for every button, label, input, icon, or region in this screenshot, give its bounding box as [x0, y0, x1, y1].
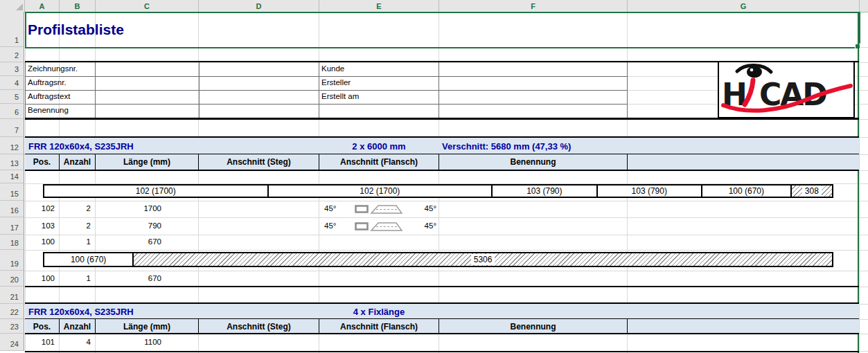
- cell-angle-right[interactable]: 45°: [388, 217, 436, 235]
- header-anzahl-2[interactable]: Anzahl: [59, 319, 95, 334]
- bar-rest-segment: 5306: [132, 253, 832, 266]
- info-label-benennung[interactable]: Benennung: [28, 104, 69, 118]
- section2-bottom-border: [25, 351, 859, 352]
- row-header-14[interactable]: 14: [0, 170, 24, 183]
- bar-segment: 102 (1700): [44, 185, 267, 197]
- row-header-13[interactable]: 13: [0, 154, 24, 170]
- row-header-23[interactable]: 23: [0, 319, 24, 334]
- cell-pos[interactable]: 100: [25, 235, 55, 250]
- row-header-19[interactable]: 19: [0, 250, 24, 271]
- row-header-18[interactable]: 18: [0, 235, 24, 250]
- column-header-b[interactable]: B: [60, 0, 96, 12]
- spreadsheet: A B C D E F G 1 2 3 4 5 6 7 12 13 14 15 …: [0, 0, 868, 353]
- section1-stock[interactable]: 2 x 6000 mm: [319, 138, 439, 154]
- header-benennung-1[interactable]: Benennung: [439, 154, 627, 170]
- cell-pos[interactable]: 102: [25, 201, 55, 217]
- row-header-7[interactable]: 7: [0, 119, 24, 137]
- hicad-logo-box: H CAD: [718, 61, 855, 118]
- cell-laenge[interactable]: 1700: [95, 201, 161, 217]
- bar-segment: 100 (670): [701, 185, 790, 197]
- header-empty-1[interactable]: [627, 154, 859, 170]
- row-header-2[interactable]: 2: [0, 47, 24, 62]
- cell-laenge[interactable]: 1100: [95, 334, 161, 351]
- info-label-auftragsnr[interactable]: Auftragsnr.: [28, 76, 67, 90]
- bar-segment: 102 (1700): [267, 185, 492, 197]
- column-header-e[interactable]: E: [319, 0, 439, 12]
- bar-segment: 103 (790): [491, 185, 596, 197]
- info-grid-line: [25, 104, 627, 105]
- info-label-kunde[interactable]: Kunde: [321, 62, 344, 76]
- section2-stock[interactable]: 4 x Fixlänge: [319, 304, 439, 319]
- header-benennung-2[interactable]: Benennung: [439, 319, 627, 334]
- row-header-17[interactable]: 17: [0, 217, 24, 235]
- column-header-g[interactable]: G: [628, 0, 860, 12]
- row-header-12[interactable]: 12: [0, 137, 24, 154]
- cell-angle-left[interactable]: 45°: [324, 201, 336, 217]
- cell-angle-left[interactable]: 45°: [324, 217, 336, 235]
- stock-bar-2[interactable]: 100 (670) 5306: [43, 252, 833, 267]
- cell-anzahl[interactable]: 1: [59, 271, 91, 287]
- info-label-erstellt-am[interactable]: Erstellt am: [321, 90, 359, 104]
- cell-anzahl[interactable]: 4: [59, 334, 91, 351]
- info-label-ersteller[interactable]: Ersteller: [321, 76, 351, 90]
- section1-bottom-border: [25, 286, 859, 287]
- stock-bar-1[interactable]: 102 (1700) 102 (1700) 103 (790) 103 (790…: [43, 184, 833, 198]
- cell-pos[interactable]: 103: [25, 217, 55, 235]
- header-steg-1[interactable]: Anschnitt (Steg): [198, 154, 319, 170]
- hicad-logo: H CAD: [719, 62, 853, 117]
- bar-rest-segment: 308: [790, 185, 832, 197]
- profile-section-icon: [355, 222, 369, 230]
- column-header-c[interactable]: C: [96, 0, 199, 12]
- column-header-strip: A B C D E F G: [0, 0, 868, 12]
- column-header-f[interactable]: F: [439, 0, 628, 12]
- info-grid-line: [627, 62, 628, 118]
- section2-profile[interactable]: FRR 120x60x4, S235JRH: [28, 304, 134, 319]
- cell-anzahl[interactable]: 2: [59, 201, 91, 217]
- row-header-24[interactable]: 24: [0, 334, 24, 351]
- header-pos-2[interactable]: Pos.: [25, 319, 59, 334]
- header-flansch-2[interactable]: Anschnitt (Flansch): [319, 319, 439, 334]
- header-empty-2[interactable]: [627, 319, 859, 334]
- row-header-4[interactable]: 4: [0, 76, 24, 90]
- header-anzahl-1[interactable]: Anzahl: [59, 154, 95, 170]
- selection-border: [25, 12, 860, 48]
- cell-laenge[interactable]: 670: [95, 235, 161, 250]
- column-header-a[interactable]: A: [25, 0, 60, 12]
- section2-band[interactable]: [25, 304, 859, 319]
- cell-laenge[interactable]: 790: [95, 217, 161, 235]
- header-flansch-1[interactable]: Anschnitt (Flansch): [319, 154, 439, 170]
- cell-laenge[interactable]: 670: [95, 271, 161, 287]
- cell-pos[interactable]: 101: [25, 334, 55, 351]
- cell-anzahl[interactable]: 1: [59, 235, 91, 250]
- info-label-zeichnungsnr[interactable]: Zeichnungsnr.: [28, 62, 78, 76]
- row-header-16[interactable]: 16: [0, 201, 24, 217]
- cell-pos[interactable]: 100: [25, 271, 55, 287]
- bar-segment: 103 (790): [596, 185, 701, 197]
- section1-waste-note[interactable]: Verschnitt: 5680 mm (47,33 %): [442, 138, 571, 154]
- row-header-3[interactable]: 3: [0, 62, 24, 76]
- row-header-22[interactable]: 22: [0, 304, 24, 319]
- row-header-1[interactable]: 1: [0, 12, 24, 47]
- info-label-auftragstext[interactable]: Auftragstext: [28, 90, 70, 104]
- row-header-15[interactable]: 15: [0, 183, 24, 201]
- section1-header-bottom-border: [25, 170, 859, 171]
- profile-section-icon: [355, 205, 369, 213]
- section1-profile[interactable]: FRR 120x60x4, S235JRH: [28, 138, 134, 154]
- row-header-6[interactable]: 6: [0, 104, 24, 119]
- gridline: [24, 250, 868, 251]
- header-pos-1[interactable]: Pos.: [25, 154, 59, 170]
- header-laenge-2[interactable]: Länge (mm): [95, 319, 198, 334]
- header-steg-2[interactable]: Anschnitt (Steg): [198, 319, 319, 334]
- cell-angle-right[interactable]: 45°: [388, 201, 436, 217]
- bar-segment: 100 (670): [44, 253, 132, 266]
- row-header-20[interactable]: 20: [0, 271, 24, 287]
- column-header-d[interactable]: D: [199, 0, 319, 12]
- page-title[interactable]: Profilstabliste: [28, 12, 124, 47]
- header-laenge-1[interactable]: Länge (mm): [95, 154, 198, 170]
- cell-anzahl[interactable]: 2: [59, 217, 91, 235]
- select-all-corner[interactable]: [0, 0, 25, 12]
- row-header-5[interactable]: 5: [0, 90, 24, 104]
- row-header-21[interactable]: 21: [0, 287, 24, 304]
- gridline: [24, 47, 868, 48]
